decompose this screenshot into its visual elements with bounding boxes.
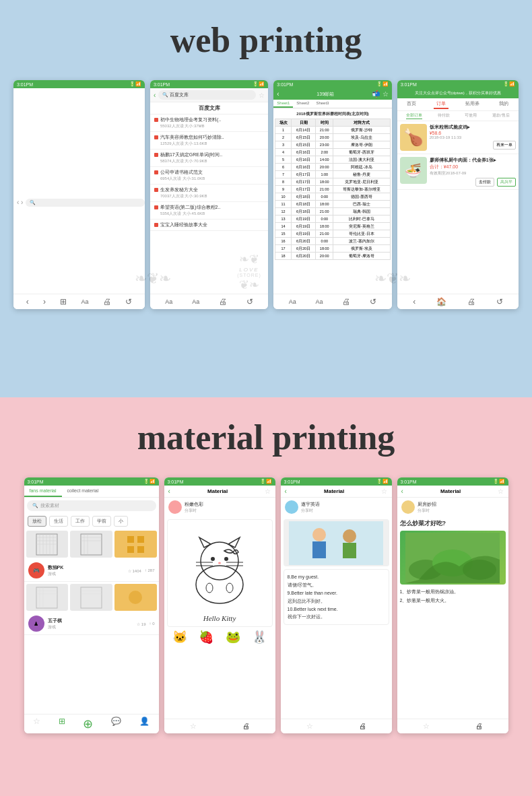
table-row: 186月20日20:00葡萄牙-摩洛哥 xyxy=(275,253,390,260)
reorder-button[interactable]: 再来一单 xyxy=(493,141,516,150)
material-thumb[interactable] xyxy=(114,584,157,611)
screen6-header-b: ‹ Material ☆ xyxy=(281,486,392,498)
screen3-spreadsheet: 3:01PM 🔋📶 ‹ 139邮箱 📬 ☆ Sheet1 Sheet2 Shee… xyxy=(273,80,391,309)
screen3-tabs: Sheet1 Sheet2 Sheet3 xyxy=(273,100,391,108)
svg-point-32 xyxy=(224,557,228,561)
bottom-bar-6b: ☆ 🖨 xyxy=(281,719,392,733)
file-item[interactable]: 初中生物地理会考复习资料(.. 55032人次读 大小:37MB xyxy=(150,114,268,132)
file-item[interactable]: 杨鹏17天搞定GRE单词(时间.. 58374人次读 大小:70.9KB xyxy=(150,150,268,167)
use-button[interactable]: 高兴平 xyxy=(497,178,516,187)
table-row: 56月16日14:00法国-澳大利亚 xyxy=(275,156,390,164)
svg-point-43 xyxy=(343,529,356,543)
english-photo xyxy=(284,519,389,566)
svg-rect-0 xyxy=(36,534,57,555)
table-row: 46月16日2:00葡萄牙-西班牙 xyxy=(275,149,390,156)
material-printing-section: material printing 3:01PM 🔋📶 fans materia… xyxy=(0,397,532,796)
english-text-box: 8.Be my guest. 请便/尽管气。 9.Better late tha… xyxy=(284,569,389,625)
spreadsheet-container: 2018俄罗斯世界杯赛程时间表(北京时间) 场次 日期 时间 对阵方式 16月1… xyxy=(273,108,391,261)
veggie-image xyxy=(400,531,506,585)
material-thumb[interactable] xyxy=(114,531,157,558)
material-thumb[interactable] xyxy=(26,531,69,558)
table-row: 76月17日1:00秘鲁-丹麦 xyxy=(275,171,390,178)
food-item-1[interactable]: 🍗 饭米粒韩式脆皮鸡▸ ¥58.6 2018-03-19 11:33 再来一单 xyxy=(397,121,519,154)
svg-point-41 xyxy=(312,528,326,541)
file-item[interactable]: 公司申请书格式范文 6954人次读 大小:31.0KB xyxy=(150,167,268,185)
pay-button[interactable]: 去付款 xyxy=(475,178,494,187)
table-row: 96月17日21:00哥斯达黎加-塞尔维亚 xyxy=(275,186,390,193)
table-row: 86月17日18:00克罗地亚-尼日利亚 xyxy=(275,178,390,186)
material-thumbnail-grid xyxy=(24,529,159,560)
status-bar-1: 3:01PM 🔋📶 xyxy=(13,80,145,88)
status-bar-2: 3:01PM 🔋📶 xyxy=(150,80,268,88)
table-row: 166月20日0:00波兰-塞内加尔 xyxy=(275,238,390,245)
svg-rect-42 xyxy=(312,541,326,558)
table-row: 116月18日18:00巴西-瑞士 xyxy=(275,201,390,208)
svg-rect-9 xyxy=(81,534,102,555)
material-screenshots-row: 3:01PM 🔋📶 fans material collect material… xyxy=(13,477,519,733)
status-bar-6b: 3:01PM 🔋📶 xyxy=(281,477,392,486)
screen4-header: 关注大众点评公众号(dptwe)，获积分买单好优惠 xyxy=(397,88,519,98)
screen6-header-a: ‹ Material ☆ xyxy=(164,486,275,498)
material-thumb[interactable] xyxy=(26,584,69,611)
status-bar-6c: 3:01PM 🔋📶 xyxy=(397,477,508,486)
kitty-author: 粉嫩色彩 分享时 xyxy=(164,498,275,517)
file-list: 初中生物地理会考复习资料(.. 55032人次读 大小:37MB 汽车美容师教您… xyxy=(150,114,268,231)
material-stats-2: ☆ 19 ↑ 0 xyxy=(137,622,154,626)
screen5-material: 3:01PM 🔋📶 fans material collect material… xyxy=(24,477,159,733)
svg-point-31 xyxy=(211,557,215,561)
svg-point-38 xyxy=(206,583,213,593)
nav-bar-1: ‹ › 🔍 xyxy=(13,88,145,309)
status-bar-6a: 3:01PM 🔋📶 xyxy=(164,477,275,486)
material-avatar-1: 🎮 xyxy=(28,562,44,578)
food-item-2[interactable]: 🍜 廖师傅私厨牛肉面：代金券1张▸ 合计：¥47.00 有效期至2018-07-… xyxy=(397,154,519,190)
material-search-box[interactable]: 🔍 搜索素材 xyxy=(27,500,156,511)
material-list-item-2[interactable]: ♟ 五子棋 游戏 ☆ 19 ↑ 0 xyxy=(24,613,159,635)
veggie-title: 怎么炒菜才好吃? xyxy=(400,519,506,528)
kitty-content: Hello Kitty 🐱 🍓 🐸 🐰 xyxy=(164,517,275,647)
screen3-header: ‹ 139邮箱 📬 ☆ xyxy=(273,88,391,100)
screen4-food: 3:01PM 🔋📶 关注大众点评公众号(dptwe)，获积分买单好优惠 首页 订… xyxy=(397,80,519,309)
svg-point-28 xyxy=(129,591,142,604)
material-list-item-1[interactable]: 🎮 数独PK 游戏 ☆ 1404 ↑ 287 xyxy=(24,560,159,582)
screen6-kitty: 3:01PM 🔋📶 ‹ Material ☆ 粉嫩色彩 分享时 xyxy=(164,477,275,733)
bottom-bar-1: ‹ › ⊞ Aa 🖨 ↺ xyxy=(13,294,145,309)
svg-rect-17 xyxy=(127,546,134,553)
nav-bar-2: ‹ 🔍 百度文库 ☆ xyxy=(150,88,268,102)
file-item[interactable]: 宝宝入睡经验故事大全 xyxy=(150,220,268,231)
sticker-row: 🐱 🍓 🐸 🐰 xyxy=(167,630,273,644)
veggie-content: 怎么炒菜才好吃? 1、炒青菜一般用热锅凉油。 2、炒葱菜一般用大火 xyxy=(397,517,508,607)
veggie-author-avatar xyxy=(401,500,415,514)
screen4-nav: 首页 订单 拓用券 我的 xyxy=(397,98,519,111)
material-thumb[interactable] xyxy=(70,531,112,558)
file-item[interactable]: 汽车美容师教您如何巧妙清除.. 12529人次读 大小:13.6KB xyxy=(150,132,268,150)
food-details-1: 饭米粒韩式脆皮鸡▸ ¥58.6 2018-03-19 11:33 再来一单 xyxy=(430,124,516,151)
veggie-text: 1、炒青菜一般用热锅凉油。 2、炒葱菜一般用大火。 xyxy=(400,588,506,605)
material-thumbnail-grid-2 xyxy=(24,582,159,613)
file-item[interactable]: 生发养发秘方大全 70037人次读 大小:30.9KB xyxy=(150,185,268,202)
svg-rect-15 xyxy=(127,536,134,543)
kitty-author-avatar xyxy=(168,500,182,514)
hello-kitty-text: Hello Kitty xyxy=(172,614,268,622)
material-thumb[interactable] xyxy=(70,584,112,611)
spreadsheet-title: 2018俄罗斯世界杯赛程时间表(北京时间) xyxy=(275,110,390,119)
bottom-nav-5: ☆ ⊞ ⊕ 💬 👤 xyxy=(24,714,159,733)
web-printing-title: web printing xyxy=(170,20,362,60)
table-row: 66月16日20:00阿根廷-冰岛 xyxy=(275,164,390,171)
bottom-bar-3: Aa Aa 🖨 ↺ xyxy=(273,294,391,309)
food-actions-2: 去付款 高兴平 xyxy=(430,178,516,187)
screen2-files: 3:01PM 🔋📶 ‹ 🔍 百度文库 ☆ 百度文库 初中生物地理会考复习资料(.… xyxy=(150,80,268,309)
table-row: 106月18日0:00德国-墨西哥 xyxy=(275,193,390,201)
status-bar-3: 3:01PM 🔋📶 xyxy=(273,80,391,88)
file-item[interactable]: 希望英语(第二版)综合教程2.. 5356人次读 大小:45.6KB xyxy=(150,202,268,220)
svg-rect-19 xyxy=(36,587,57,608)
bottom-bar-6a: ☆ 🖨 xyxy=(164,719,275,733)
table-row: 136月19日0:00比利时-巴拿马 xyxy=(275,215,390,223)
screen5-nav-tabs: fans material collect material xyxy=(24,486,159,498)
veggie-author: 厨房妙招 分享时 xyxy=(397,498,508,517)
status-bar-5: 3:01PM 🔋📶 xyxy=(24,477,159,486)
material-stats-1: ☆ 1404 ↑ 287 xyxy=(128,568,155,573)
english-content: 8.Be my guest. 请便/尽管气。 9.Better late tha… xyxy=(281,517,392,628)
svg-point-39 xyxy=(226,583,233,593)
svg-rect-24 xyxy=(81,587,102,608)
svg-rect-44 xyxy=(343,543,356,558)
